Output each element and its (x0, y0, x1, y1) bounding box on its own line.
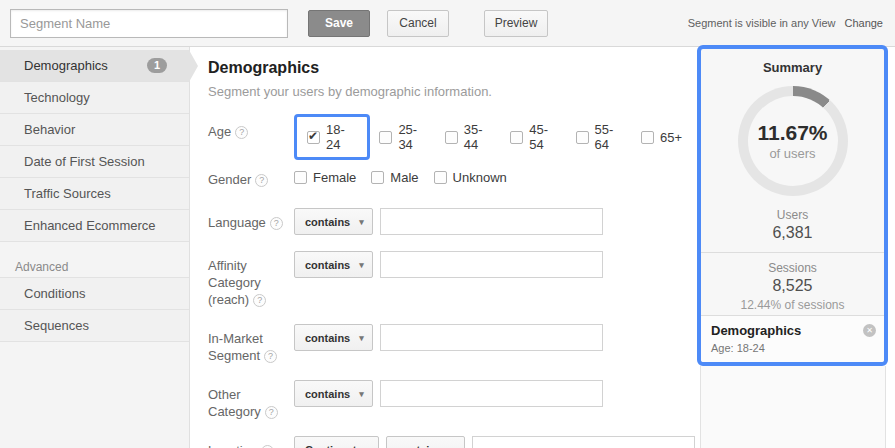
caret-down-icon (359, 217, 364, 227)
sessions-value: 8,525 (701, 277, 884, 295)
help-icon[interactable] (253, 294, 266, 307)
divider (701, 252, 884, 253)
checkbox-18-24-checked[interactable] (307, 131, 320, 144)
change-visibility-link[interactable]: Change (844, 17, 883, 29)
dropdown-value: contains (305, 332, 350, 344)
help-icon[interactable] (264, 350, 277, 363)
caret-down-icon (365, 445, 370, 448)
affinity-operator-dropdown[interactable]: contains (294, 251, 373, 278)
checkbox-label: Male (390, 170, 418, 185)
location-operator-dropdown[interactable]: contains (386, 436, 465, 448)
topbar: Save Cancel Preview Segment is visible i… (0, 0, 895, 47)
sidebar-item-traffic-sources[interactable]: Traffic Sources (0, 178, 189, 210)
checkbox-label: Female (313, 170, 356, 185)
age-option-18-24-selected[interactable]: 18-24 (294, 114, 370, 160)
users-percent-label: of users (769, 146, 815, 161)
checkbox-unknown[interactable] (434, 171, 447, 184)
visibility-text: Segment is visible in any View (688, 17, 836, 29)
checkbox-55-64[interactable] (576, 131, 589, 144)
language-value-input[interactable] (380, 208, 603, 235)
location-row: Location Continent contains (206, 436, 697, 448)
applied-filter-title: Demographics (711, 323, 874, 338)
affinity-value-input[interactable] (380, 251, 603, 278)
page-subtitle: Segment your users by demographic inform… (208, 84, 697, 99)
other-category-operator-dropdown[interactable]: contains (294, 380, 373, 407)
age-options: 18-24 25-34 35-44 45-54 55-64 (294, 114, 697, 160)
help-icon[interactable] (255, 174, 268, 187)
cancel-button[interactable]: Cancel (387, 10, 449, 37)
preview-button[interactable]: Preview (484, 10, 548, 37)
checkbox-25-34[interactable] (379, 131, 392, 144)
language-label: Language (208, 208, 294, 231)
caret-down-icon (359, 389, 364, 399)
in-market-value-input[interactable] (380, 324, 603, 351)
help-icon[interactable] (265, 406, 278, 419)
affinity-category-row: Affinity Category (reach) contains (206, 251, 697, 308)
sidebar-item-conditions[interactable]: Conditions (0, 278, 189, 310)
age-option-65plus[interactable]: 65+ (641, 130, 682, 145)
checkbox-male[interactable] (371, 171, 384, 184)
age-row: Age 18-24 25-34 35-44 45-54 (206, 114, 697, 160)
checkbox-female[interactable] (294, 171, 307, 184)
checkbox-35-44[interactable] (445, 131, 458, 144)
gender-options: Female Male Unknown (294, 170, 522, 185)
donut-chart: 11.67% of users (738, 86, 848, 196)
save-button[interactable]: Save (308, 10, 370, 37)
checkbox-label: 35-44 (464, 122, 495, 152)
help-icon[interactable] (270, 217, 283, 230)
segment-name-input[interactable] (10, 9, 288, 38)
filter-count-badge: 1 (147, 58, 167, 73)
checkbox-label: 25-34 (398, 122, 429, 152)
checkbox-label: 55-64 (595, 122, 626, 152)
sidebar-item-label: Sequences (24, 318, 89, 333)
dropdown-value: Continent (305, 444, 356, 448)
applied-filter-detail: Age: 18-24 (711, 342, 874, 354)
language-row: Language contains (206, 208, 697, 235)
advanced-section-label: Advanced (0, 256, 189, 278)
sessions-label: Sessions (701, 261, 884, 275)
location-dimension-dropdown[interactable]: Continent (294, 436, 379, 448)
sidebar-item-date-of-first-session[interactable]: Date of First Session (0, 146, 189, 178)
checkbox-label: 18-24 (326, 122, 357, 152)
other-category-label: Other Category (208, 380, 294, 420)
users-metric: Users 6,381 (701, 208, 884, 242)
help-icon[interactable] (235, 126, 248, 139)
segment-builder-screen: Save Cancel Preview Segment is visible i… (0, 0, 895, 448)
age-option-25-34[interactable]: 25-34 (379, 122, 429, 152)
affinity-category-label: Affinity Category (reach) (208, 251, 294, 308)
dropdown-value: contains (397, 444, 442, 448)
language-operator-dropdown[interactable]: contains (294, 208, 373, 235)
users-percent-value: 11.67% (757, 121, 827, 145)
checkbox-65plus[interactable] (641, 131, 654, 144)
sidebar-item-demographics[interactable]: Demographics 1 (0, 50, 189, 82)
in-market-operator-dropdown[interactable]: contains (294, 324, 373, 351)
sidebar-item-label: Date of First Session (24, 154, 145, 169)
age-option-55-64[interactable]: 55-64 (576, 122, 626, 152)
in-market-segment-label: In-Market Segment (208, 324, 294, 364)
summary-panel-extension (700, 366, 886, 448)
sidebar-item-technology[interactable]: Technology (0, 82, 189, 114)
summary-panel: Summary 11.67% of users Users 6,381 Sess… (697, 45, 888, 366)
close-icon[interactable] (863, 324, 876, 337)
checkbox-45-54[interactable] (510, 131, 523, 144)
gender-option-male[interactable]: Male (371, 170, 418, 185)
age-option-35-44[interactable]: 35-44 (445, 122, 495, 152)
checkbox-label: Unknown (453, 170, 507, 185)
gender-label: Gender (208, 170, 294, 188)
location-value-input[interactable] (472, 436, 695, 448)
users-value: 6,381 (701, 224, 884, 242)
checkbox-label: 45-54 (529, 122, 560, 152)
sidebar-item-behavior[interactable]: Behavior (0, 114, 189, 146)
caret-down-icon (359, 260, 364, 270)
gender-option-female[interactable]: Female (294, 170, 356, 185)
donut-center: 11.67% of users (748, 96, 838, 186)
age-label: Age (208, 114, 294, 140)
sidebar-item-sequences[interactable]: Sequences (0, 310, 189, 342)
caret-down-icon (451, 445, 456, 448)
applied-filter-card: Demographics Age: 18-24 (701, 315, 884, 362)
age-option-45-54[interactable]: 45-54 (510, 122, 560, 152)
segment-visibility-note: Segment is visible in any ViewChange (688, 17, 883, 29)
sidebar-item-enhanced-ecommerce[interactable]: Enhanced Ecommerce (0, 210, 189, 242)
gender-option-unknown[interactable]: Unknown (434, 170, 507, 185)
other-category-value-input[interactable] (380, 380, 603, 407)
